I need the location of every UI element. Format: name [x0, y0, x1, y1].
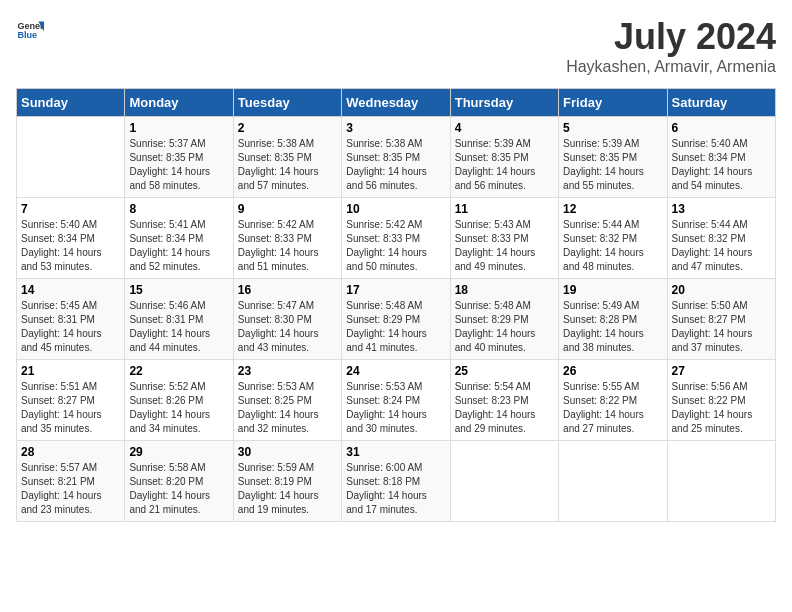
month-title: July 2024: [566, 16, 776, 58]
day-info: Sunrise: 5:53 AM Sunset: 8:24 PM Dayligh…: [346, 380, 445, 436]
day-info: Sunrise: 5:52 AM Sunset: 8:26 PM Dayligh…: [129, 380, 228, 436]
calendar-cell: 31Sunrise: 6:00 AM Sunset: 8:18 PM Dayli…: [342, 441, 450, 522]
day-number: 14: [21, 283, 120, 297]
day-number: 19: [563, 283, 662, 297]
day-info: Sunrise: 5:39 AM Sunset: 8:35 PM Dayligh…: [455, 137, 554, 193]
day-number: 20: [672, 283, 771, 297]
calendar-week-4: 21Sunrise: 5:51 AM Sunset: 8:27 PM Dayli…: [17, 360, 776, 441]
day-info: Sunrise: 5:54 AM Sunset: 8:23 PM Dayligh…: [455, 380, 554, 436]
calendar-cell: 17Sunrise: 5:48 AM Sunset: 8:29 PM Dayli…: [342, 279, 450, 360]
calendar-cell: 30Sunrise: 5:59 AM Sunset: 8:19 PM Dayli…: [233, 441, 341, 522]
weekday-saturday: Saturday: [667, 89, 775, 117]
day-info: Sunrise: 5:56 AM Sunset: 8:22 PM Dayligh…: [672, 380, 771, 436]
calendar-cell: 12Sunrise: 5:44 AM Sunset: 8:32 PM Dayli…: [559, 198, 667, 279]
day-number: 7: [21, 202, 120, 216]
calendar-cell: 5Sunrise: 5:39 AM Sunset: 8:35 PM Daylig…: [559, 117, 667, 198]
day-number: 22: [129, 364, 228, 378]
weekday-tuesday: Tuesday: [233, 89, 341, 117]
calendar-week-1: 1Sunrise: 5:37 AM Sunset: 8:35 PM Daylig…: [17, 117, 776, 198]
calendar-cell: 11Sunrise: 5:43 AM Sunset: 8:33 PM Dayli…: [450, 198, 558, 279]
calendar-cell: 19Sunrise: 5:49 AM Sunset: 8:28 PM Dayli…: [559, 279, 667, 360]
calendar-body: 1Sunrise: 5:37 AM Sunset: 8:35 PM Daylig…: [17, 117, 776, 522]
day-info: Sunrise: 6:00 AM Sunset: 8:18 PM Dayligh…: [346, 461, 445, 517]
calendar-cell: [559, 441, 667, 522]
calendar-cell: 15Sunrise: 5:46 AM Sunset: 8:31 PM Dayli…: [125, 279, 233, 360]
calendar-cell: 2Sunrise: 5:38 AM Sunset: 8:35 PM Daylig…: [233, 117, 341, 198]
calendar-cell: 27Sunrise: 5:56 AM Sunset: 8:22 PM Dayli…: [667, 360, 775, 441]
day-number: 27: [672, 364, 771, 378]
calendar-cell: 7Sunrise: 5:40 AM Sunset: 8:34 PM Daylig…: [17, 198, 125, 279]
weekday-sunday: Sunday: [17, 89, 125, 117]
day-number: 16: [238, 283, 337, 297]
day-info: Sunrise: 5:49 AM Sunset: 8:28 PM Dayligh…: [563, 299, 662, 355]
day-info: Sunrise: 5:41 AM Sunset: 8:34 PM Dayligh…: [129, 218, 228, 274]
day-number: 17: [346, 283, 445, 297]
calendar-cell: 23Sunrise: 5:53 AM Sunset: 8:25 PM Dayli…: [233, 360, 341, 441]
day-number: 11: [455, 202, 554, 216]
calendar-cell: 10Sunrise: 5:42 AM Sunset: 8:33 PM Dayli…: [342, 198, 450, 279]
day-info: Sunrise: 5:47 AM Sunset: 8:30 PM Dayligh…: [238, 299, 337, 355]
day-info: Sunrise: 5:48 AM Sunset: 8:29 PM Dayligh…: [455, 299, 554, 355]
day-info: Sunrise: 5:40 AM Sunset: 8:34 PM Dayligh…: [21, 218, 120, 274]
weekday-friday: Friday: [559, 89, 667, 117]
day-number: 9: [238, 202, 337, 216]
calendar-cell: 8Sunrise: 5:41 AM Sunset: 8:34 PM Daylig…: [125, 198, 233, 279]
day-number: 26: [563, 364, 662, 378]
day-number: 30: [238, 445, 337, 459]
day-info: Sunrise: 5:44 AM Sunset: 8:32 PM Dayligh…: [672, 218, 771, 274]
day-number: 8: [129, 202, 228, 216]
calendar-cell: 16Sunrise: 5:47 AM Sunset: 8:30 PM Dayli…: [233, 279, 341, 360]
calendar-cell: 28Sunrise: 5:57 AM Sunset: 8:21 PM Dayli…: [17, 441, 125, 522]
day-number: 15: [129, 283, 228, 297]
calendar-week-3: 14Sunrise: 5:45 AM Sunset: 8:31 PM Dayli…: [17, 279, 776, 360]
calendar-cell: 1Sunrise: 5:37 AM Sunset: 8:35 PM Daylig…: [125, 117, 233, 198]
logo: General Blue: [16, 16, 44, 44]
calendar-week-5: 28Sunrise: 5:57 AM Sunset: 8:21 PM Dayli…: [17, 441, 776, 522]
day-info: Sunrise: 5:38 AM Sunset: 8:35 PM Dayligh…: [238, 137, 337, 193]
calendar-cell: 26Sunrise: 5:55 AM Sunset: 8:22 PM Dayli…: [559, 360, 667, 441]
calendar-cell: 29Sunrise: 5:58 AM Sunset: 8:20 PM Dayli…: [125, 441, 233, 522]
calendar-cell: 4Sunrise: 5:39 AM Sunset: 8:35 PM Daylig…: [450, 117, 558, 198]
day-info: Sunrise: 5:43 AM Sunset: 8:33 PM Dayligh…: [455, 218, 554, 274]
day-number: 29: [129, 445, 228, 459]
day-info: Sunrise: 5:45 AM Sunset: 8:31 PM Dayligh…: [21, 299, 120, 355]
calendar-cell: 20Sunrise: 5:50 AM Sunset: 8:27 PM Dayli…: [667, 279, 775, 360]
calendar-cell: [17, 117, 125, 198]
day-number: 18: [455, 283, 554, 297]
weekday-wednesday: Wednesday: [342, 89, 450, 117]
day-number: 5: [563, 121, 662, 135]
day-number: 21: [21, 364, 120, 378]
calendar-cell: 3Sunrise: 5:38 AM Sunset: 8:35 PM Daylig…: [342, 117, 450, 198]
weekday-monday: Monday: [125, 89, 233, 117]
day-info: Sunrise: 5:55 AM Sunset: 8:22 PM Dayligh…: [563, 380, 662, 436]
day-number: 28: [21, 445, 120, 459]
logo-icon: General Blue: [16, 16, 44, 44]
calendar-cell: 24Sunrise: 5:53 AM Sunset: 8:24 PM Dayli…: [342, 360, 450, 441]
day-info: Sunrise: 5:38 AM Sunset: 8:35 PM Dayligh…: [346, 137, 445, 193]
day-number: 10: [346, 202, 445, 216]
calendar-cell: [450, 441, 558, 522]
calendar-cell: 22Sunrise: 5:52 AM Sunset: 8:26 PM Dayli…: [125, 360, 233, 441]
calendar-table: SundayMondayTuesdayWednesdayThursdayFrid…: [16, 88, 776, 522]
day-info: Sunrise: 5:57 AM Sunset: 8:21 PM Dayligh…: [21, 461, 120, 517]
day-number: 12: [563, 202, 662, 216]
day-info: Sunrise: 5:58 AM Sunset: 8:20 PM Dayligh…: [129, 461, 228, 517]
day-info: Sunrise: 5:39 AM Sunset: 8:35 PM Dayligh…: [563, 137, 662, 193]
day-info: Sunrise: 5:51 AM Sunset: 8:27 PM Dayligh…: [21, 380, 120, 436]
day-number: 24: [346, 364, 445, 378]
svg-text:Blue: Blue: [17, 30, 37, 40]
day-info: Sunrise: 5:44 AM Sunset: 8:32 PM Dayligh…: [563, 218, 662, 274]
calendar-cell: [667, 441, 775, 522]
calendar-cell: 13Sunrise: 5:44 AM Sunset: 8:32 PM Dayli…: [667, 198, 775, 279]
calendar-cell: 6Sunrise: 5:40 AM Sunset: 8:34 PM Daylig…: [667, 117, 775, 198]
calendar-week-2: 7Sunrise: 5:40 AM Sunset: 8:34 PM Daylig…: [17, 198, 776, 279]
day-number: 6: [672, 121, 771, 135]
day-number: 25: [455, 364, 554, 378]
day-info: Sunrise: 5:42 AM Sunset: 8:33 PM Dayligh…: [346, 218, 445, 274]
day-info: Sunrise: 5:46 AM Sunset: 8:31 PM Dayligh…: [129, 299, 228, 355]
day-number: 31: [346, 445, 445, 459]
day-info: Sunrise: 5:50 AM Sunset: 8:27 PM Dayligh…: [672, 299, 771, 355]
calendar-cell: 9Sunrise: 5:42 AM Sunset: 8:33 PM Daylig…: [233, 198, 341, 279]
location-title: Haykashen, Armavir, Armenia: [566, 58, 776, 76]
calendar-cell: 25Sunrise: 5:54 AM Sunset: 8:23 PM Dayli…: [450, 360, 558, 441]
